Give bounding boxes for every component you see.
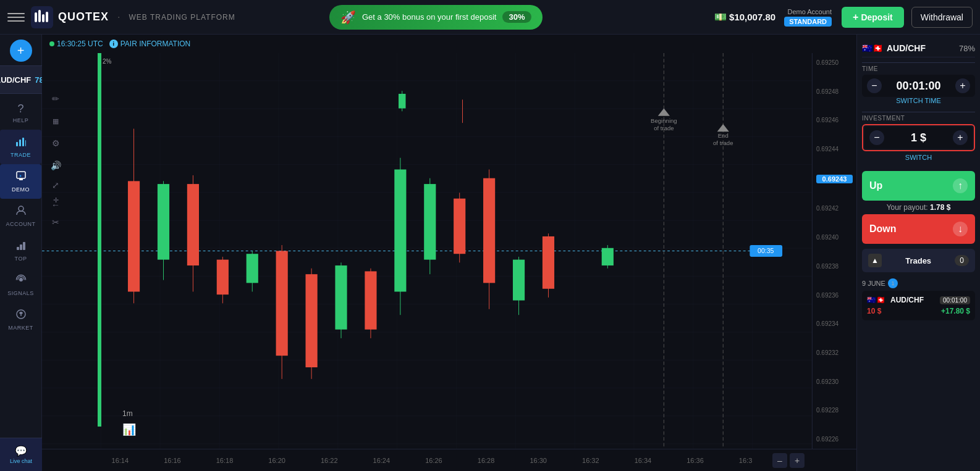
pair-info-text: PAIR INFORMATION [120, 40, 191, 48]
svg-rect-14 [23, 242, 25, 250]
investment-section: Investment − 1 $ + SWITCH [862, 112, 975, 166]
chart-canvas[interactable]: 00:35 Beginning of trade End of trade [42, 53, 812, 449]
layout-tool[interactable]: ▦ [47, 112, 64, 130]
sidebar-label-signals: SIGNALS [7, 290, 34, 296]
price-level: 0.69240 [816, 234, 853, 241]
time-label-1614: 16:14 [112, 457, 129, 464]
sidebar-label-top: TOP [15, 256, 27, 262]
scissor-tool[interactable]: ✂ [47, 214, 64, 231]
price-level: 0.69246 [816, 117, 853, 123]
sidebar-item-demo[interactable]: DEMO [0, 164, 41, 199]
trade-icon [15, 136, 27, 150]
sidebar-item-trade[interactable]: TRADE [0, 130, 41, 164]
sidebar-item-top[interactable]: TOP [0, 233, 41, 268]
pencil-tool[interactable]: ✏ [47, 90, 64, 107]
withdrawal-button[interactable]: Withdrawal [911, 7, 973, 28]
zoom-out-button[interactable]: – [772, 453, 787, 468]
svg-rect-32 [128, 181, 140, 291]
pair-info-link[interactable]: i PAIR INFORMATION [109, 40, 191, 48]
balance-value: $10,007.80 [729, 12, 775, 22]
main-layout: + 🇦🇺🇨🇭 AUD/CHF 78% ▼ ? HELP TRADE [0, 35, 980, 471]
sound-tool[interactable]: 🔊 [47, 157, 64, 174]
investment-decrease-button[interactable]: − [869, 130, 884, 145]
time-label-1634: 16:34 [635, 457, 652, 464]
time-increase-button[interactable]: + [955, 78, 970, 93]
price-level: 0.69226 [816, 436, 853, 443]
svg-rect-54 [454, 199, 465, 254]
time-label-1618: 16:18 [216, 457, 234, 464]
bonus-text: Get a 30% bonus on your first deposit [362, 12, 497, 22]
balance-display: 💵 $10,007.80 [714, 11, 775, 23]
svg-rect-5 [16, 142, 18, 146]
right-panel: 🇦🇺🇨🇭 AUD/CHF 78% Time − 00:01:00 + SWITC… [856, 35, 980, 471]
trade-item: 🇦🇺🇨🇭 AUD/CHF 00:01:00 10 $ +17.80 $ [862, 291, 975, 320]
sidebar-label-trade: TRADE [11, 152, 31, 158]
balance-icon: 💵 [714, 11, 727, 23]
sidebar-label-market: MARKET [8, 325, 33, 331]
logo-text: QUOTEX [58, 10, 109, 23]
down-button[interactable]: Down ↓ [862, 214, 975, 244]
price-level: 0.69228 [816, 407, 853, 414]
market-icon [15, 309, 27, 323]
svg-rect-50 [394, 170, 406, 292]
sidebar-item-market[interactable]: MARKET [0, 302, 41, 337]
trades-expand-button[interactable]: ▲ [868, 254, 882, 267]
time-decrease-button[interactable]: − [867, 78, 882, 93]
switch-investment-link[interactable]: SWITCH [862, 154, 975, 161]
live-chat-button[interactable]: 💬 Live chat [0, 438, 42, 471]
svg-rect-64 [399, 94, 406, 109]
down-arrow-icon: ↓ [953, 222, 968, 236]
price-level: 0.69238 [816, 263, 853, 270]
pair-name-sidebar: AUD/CHF [0, 75, 31, 85]
expand-button[interactable]: ⤢ [47, 177, 64, 194]
svg-rect-3 [42, 14, 44, 22]
menu-button[interactable] [7, 13, 25, 22]
svg-rect-58 [513, 260, 525, 301]
time-label-1628: 16:28 [478, 457, 495, 464]
bonus-rocket-icon: 🚀 [340, 10, 356, 25]
svg-rect-8 [25, 140, 26, 146]
rp-pair-pct: 78% [959, 44, 975, 53]
investment-box[interactable]: − 1 $ + [862, 124, 975, 151]
switch-time-link[interactable]: SWITCH TIME [862, 97, 975, 104]
date-text: 9 JUNE [862, 280, 885, 287]
logo-icon [31, 6, 53, 28]
svg-text:Beginning: Beginning [651, 117, 677, 124]
arrow-button[interactable]: ← [47, 196, 64, 214]
time-section-label: Time [862, 62, 975, 72]
trade-pair: AUD/CHF [890, 296, 924, 304]
rp-pair-name: AUD/CHF [887, 43, 926, 53]
account-type-area: Demo Account STANDARD [784, 8, 832, 27]
time-label-1630: 16:30 [530, 457, 547, 464]
price-axis: 0.69250 0.69248 0.69246 0.69244 0.69243 … [812, 53, 856, 449]
payout-display: Your payout: 1.78 $ [862, 203, 975, 212]
svg-point-11 [19, 206, 23, 211]
add-button[interactable]: + [10, 40, 32, 62]
sidebar-item-help[interactable]: ? HELP [0, 96, 41, 130]
gear-tool[interactable]: ⚙ [47, 135, 64, 152]
zoom-in-button[interactable]: + [790, 453, 805, 468]
investment-increase-button[interactable]: + [953, 130, 968, 145]
help-icon: ? [17, 102, 23, 115]
sidebar-item-signals[interactable]: SIGNALS [0, 268, 41, 302]
price-level: 0.69236 [816, 292, 853, 299]
date-header: 9 JUNE 1 [862, 276, 975, 291]
svg-rect-60 [543, 236, 554, 289]
standard-badge[interactable]: STANDARD [784, 17, 832, 27]
sidebar-item-account[interactable]: ACCOUNT [0, 199, 41, 233]
deposit-button[interactable]: Deposit [842, 7, 904, 28]
time-labels-row: 16:14 16:16 16:18 16:20 16:22 16:24 16:2… [94, 457, 770, 464]
top-icon [15, 240, 27, 254]
candle-info-button[interactable]: 📊 [122, 423, 136, 436]
up-button[interactable]: Up ↑ [862, 171, 975, 201]
logo-sep: · [117, 12, 120, 23]
price-level: 0.69244 [816, 146, 853, 152]
time-display: 16:30:25 UTC [57, 40, 103, 48]
chart-top-bar: 16:30:25 UTC i PAIR INFORMATION [42, 35, 856, 53]
bonus-banner[interactable]: 🚀 Get a 30% bonus on your first deposit … [329, 5, 543, 30]
svg-text:of trade: of trade [713, 140, 733, 146]
svg-rect-46 [335, 265, 347, 330]
progress-bar [98, 53, 101, 427]
trades-count-badge: 0 [955, 255, 969, 266]
investment-section-label: Investment [862, 112, 975, 122]
